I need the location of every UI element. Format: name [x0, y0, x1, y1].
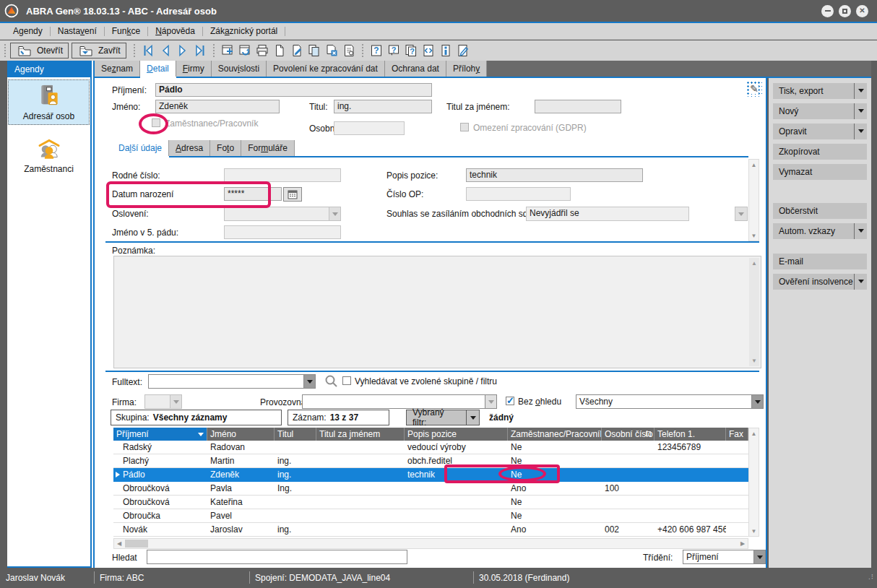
sort-arrow-icon[interactable]	[198, 433, 204, 439]
tab-souvislosti[interactable]: Souvislosti	[212, 61, 267, 77]
table-row[interactable]: ObroučkováPavlaIng.Ano100	[113, 482, 748, 496]
table-row[interactable]: NovákJaroslaving.Ano002+420 606 987 456	[113, 523, 748, 537]
skupina-box[interactable]: Skupina:Všechny záznamy	[111, 410, 282, 425]
table-vertical-scrollbar[interactable]: ▲ ▼	[748, 428, 759, 537]
edit-note-icon[interactable]	[456, 43, 470, 58]
column-header[interactable]: Titul za jménem	[316, 428, 405, 441]
column-header[interactable]: Titul	[275, 428, 316, 441]
search-icon[interactable]	[324, 373, 339, 389]
novy-button[interactable]: Nový	[773, 103, 867, 119]
vybrany-filtr-button[interactable]: Vybraný filtr:	[406, 410, 480, 425]
poznamka-textarea[interactable]: ▲▼	[113, 256, 761, 368]
column-header[interactable]: Příjmení	[113, 428, 207, 441]
overeni-insolvence-button[interactable]: Ověření insolvence	[773, 274, 867, 290]
scrollbar-thumb[interactable]	[125, 540, 148, 548]
menu-funkce[interactable]: Funkce	[105, 24, 147, 38]
add-record-icon[interactable]	[220, 43, 235, 58]
scroll-up-icon[interactable]: ▲	[749, 160, 759, 170]
poznamka-scrollbar[interactable]: ▲▼	[749, 258, 759, 366]
tab-detail[interactable]: Detail	[140, 61, 176, 77]
column-header[interactable]: Telefon 1.	[654, 428, 726, 441]
table-row[interactable]: ObroučkováKateřinaNe	[113, 496, 748, 509]
dropdown-arrow-icon[interactable]	[753, 550, 765, 563]
table-row[interactable]: PádloZdeněking.technikNe	[113, 468, 748, 482]
scroll-left-icon[interactable]: ◀	[114, 539, 124, 548]
fulltext-combobox[interactable]	[148, 374, 316, 389]
print-icon[interactable]	[255, 43, 269, 58]
scroll-down-icon[interactable]: ▼	[749, 358, 759, 364]
last-record-icon[interactable]	[193, 43, 207, 58]
tab-firmy[interactable]: Firmy	[176, 61, 212, 77]
toolbar-grip[interactable]	[4, 44, 6, 57]
open-button[interactable]: Otevřít	[10, 43, 69, 59]
first-record-icon[interactable]	[141, 43, 155, 58]
dropdown-arrow-icon[interactable]	[854, 83, 867, 99]
table-row[interactable]: PlachýMartining.obch.ředitelNe	[113, 454, 748, 468]
resize-grip[interactable]: .⁝	[868, 573, 874, 586]
hledat-input[interactable]	[147, 550, 407, 564]
obcerstvit-button[interactable]: Občerstvit	[773, 203, 867, 219]
close-button[interactable]: ✕	[856, 5, 868, 17]
tisk-export-button[interactable]: Tisk, export	[773, 83, 867, 99]
dropdown-arrow-icon[interactable]	[854, 223, 867, 239]
edit-document-icon[interactable]	[290, 43, 304, 58]
table-row[interactable]: RadskýRadovanvedoucí výrobyNe123456789	[113, 441, 748, 454]
scroll-right-icon[interactable]: ▶	[738, 539, 748, 548]
trideni-combobox[interactable]: Příjmení	[683, 550, 766, 564]
column-header[interactable]: Osobní číslo	[602, 428, 654, 441]
maximize-button[interactable]	[839, 5, 851, 17]
table-horizontal-scrollbar[interactable]: ◀ ▶	[113, 538, 748, 549]
table-row[interactable]: ObroučkaPavelNe	[113, 509, 748, 523]
dropdown-arrow-icon[interactable]	[854, 103, 867, 119]
column-option-icon[interactable]	[646, 431, 651, 436]
dropdown-arrow-icon[interactable]	[854, 124, 867, 139]
subtab-formulare[interactable]: Formuláře	[241, 140, 295, 156]
datum-narozeni-field[interactable]: *****	[224, 187, 282, 201]
edit-layout-icon[interactable]: ✎	[746, 81, 762, 97]
next-record-icon[interactable]	[176, 43, 190, 58]
menu-nastaveni[interactable]: Nastavení	[51, 24, 104, 38]
column-header[interactable]: Zaměstnanec/Pracovník	[508, 428, 602, 441]
subtab-foto[interactable]: Foto	[210, 140, 241, 156]
help-icon[interactable]: ?	[369, 43, 384, 58]
opravit-button[interactable]: Opravit	[773, 124, 867, 139]
column-header[interactable]: Fax	[726, 428, 748, 441]
help-pages-icon[interactable]: ?	[404, 43, 418, 58]
toolbar-grip[interactable]	[213, 44, 215, 57]
previous-record-icon[interactable]	[158, 43, 173, 58]
zkopirovat-button[interactable]: Zkopírovat	[773, 144, 867, 160]
copy-document-icon[interactable]	[307, 43, 321, 58]
sidebar-item-adresar-osob[interactable]: Adresář osob	[8, 79, 90, 125]
vsechny-combobox[interactable]: Všechny	[576, 394, 764, 409]
toolbar-grip[interactable]	[362, 44, 363, 57]
tab-prilohy[interactable]: Přílohy	[446, 61, 487, 77]
scroll-up-icon[interactable]: ▲	[749, 260, 759, 267]
calendar-button[interactable]	[283, 187, 302, 202]
autom-vzkazy-button[interactable]: Autom. vzkazy	[773, 223, 867, 239]
context-help-icon[interactable]: ?	[386, 43, 401, 58]
prijmeni-field[interactable]: Pádlo	[155, 83, 432, 97]
provozovna-combobox[interactable]	[302, 394, 497, 409]
menu-zakaznicky-portal[interactable]: Zákaznický portál	[203, 24, 285, 38]
dropdown-arrow-icon[interactable]	[485, 395, 496, 408]
tab-povoleni[interactable]: Povolení ke zpracování dat	[267, 61, 385, 77]
vymazat-button[interactable]: Vymazat	[773, 164, 867, 180]
close-record-button[interactable]: Zavřít	[72, 43, 126, 59]
titul-field[interactable]: ing.	[334, 100, 432, 113]
refresh-record-icon[interactable]	[238, 43, 252, 58]
scroll-down-icon[interactable]: ▼	[749, 526, 759, 536]
dropdown-arrow-icon[interactable]	[751, 395, 763, 408]
dropdown-arrow-icon[interactable]	[303, 375, 315, 388]
dropdown-arrow-icon[interactable]	[466, 410, 479, 425]
related-pages-icon[interactable]	[421, 43, 436, 58]
column-header[interactable]: Popis pozice	[405, 428, 508, 441]
minimize-button[interactable]	[821, 5, 834, 17]
menu-agendy[interactable]: Agendy	[6, 24, 50, 38]
jmeno-field[interactable]: Zdeněk	[155, 100, 280, 113]
column-header[interactable]: Jméno	[207, 428, 275, 441]
table-header[interactable]: PříjmeníJménoTitulTitul za jménemPopis p…	[113, 428, 748, 441]
subtab-dalsi-udaje[interactable]: Další údaje	[112, 140, 169, 156]
email-button[interactable]: E-mail	[773, 254, 867, 269]
scroll-down-icon[interactable]: ▼	[749, 230, 759, 241]
new-document-icon[interactable]	[272, 43, 287, 58]
